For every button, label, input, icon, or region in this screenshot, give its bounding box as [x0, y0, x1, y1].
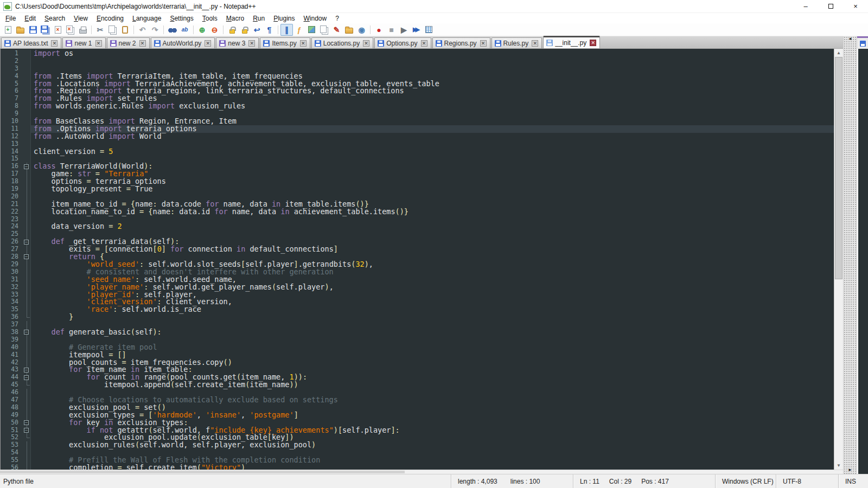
fold-collapse-marker[interactable]: − — [22, 374, 31, 381]
sync-vertical-scroll-icon[interactable] — [226, 24, 238, 36]
menu-language[interactable]: Language — [128, 14, 165, 23]
code-text[interactable]: client_version = 5 — [31, 148, 834, 156]
sync-horizontal-scroll-icon[interactable] — [238, 24, 251, 36]
new-file-icon[interactable]: + — [2, 24, 14, 36]
code-text[interactable]: class TerrariaWorld(World): — [31, 163, 834, 170]
document-map-icon[interactable] — [305, 24, 318, 36]
tab-close-icon[interactable]: ✕ — [300, 40, 307, 47]
vertical-scroll-thumb[interactable] — [835, 57, 843, 279]
open-file-icon[interactable] — [14, 24, 27, 36]
fold-collapse-marker[interactable]: − — [22, 253, 31, 261]
menu-view[interactable]: View — [69, 14, 92, 23]
save-icon[interactable] — [27, 24, 39, 36]
code-text[interactable]: data_version = 2 — [31, 223, 834, 230]
code-text[interactable]: # Generate item pool — [31, 344, 834, 351]
tab-new-2[interactable]: new 2✕ — [107, 37, 150, 48]
scroll-down-arrow-icon[interactable]: ▼ — [834, 461, 843, 470]
folder-as-workspace-icon[interactable] — [343, 24, 355, 36]
menu-settings[interactable]: Settings — [165, 14, 197, 23]
menu-search[interactable]: Search — [40, 14, 69, 23]
code-text[interactable]: 'race': self.world.is_race — [31, 306, 834, 313]
tab-new-3[interactable]: new 3✕ — [216, 37, 259, 48]
macro-record-icon[interactable]: ● — [373, 24, 385, 36]
minimize-button[interactable]: – — [793, 0, 818, 12]
tab-new-1[interactable]: new 1✕ — [62, 37, 105, 48]
tab-ap-ideas-txt[interactable]: AP Ideas.txt✕ — [1, 37, 61, 48]
tab-close-icon[interactable]: ✕ — [248, 40, 255, 47]
cut-icon[interactable]: ✂ — [94, 24, 106, 36]
code-text[interactable]: itempool.append(self.create_item(item_na… — [31, 381, 834, 389]
zoom-out-icon[interactable]: ⊖ — [208, 24, 221, 36]
view-splitter[interactable]: ◄ ► — [843, 36, 857, 474]
macro-run-multiple-icon[interactable]: ▶▶ — [410, 24, 423, 36]
define-language-icon[interactable]: ✎ — [330, 24, 343, 36]
code-text[interactable]: from ..AutoWorld import World — [31, 133, 834, 140]
replace-icon[interactable]: ab — [178, 24, 191, 36]
tab-autoworld-py[interactable]: AutoWorld.py✕ — [151, 37, 215, 48]
code-text[interactable]: } — [31, 313, 834, 321]
tab-locations-py[interactable]: Locations.py✕ — [311, 37, 373, 48]
menu-encoding[interactable]: Encoding — [92, 14, 128, 23]
secondary-view-tab[interactable] — [857, 36, 868, 49]
menu-run[interactable]: Run — [248, 14, 269, 23]
save-all-icon[interactable] — [39, 24, 52, 36]
close-all-icon[interactable]: × — [64, 24, 76, 36]
vertical-scrollbar[interactable]: ▲ ▼ — [834, 49, 843, 470]
code-text[interactable]: import os — [31, 50, 834, 57]
tab-close-icon[interactable]: ✕ — [363, 40, 369, 47]
close-file-icon[interactable]: × — [52, 24, 64, 36]
horizontal-scrollbar[interactable] — [0, 470, 843, 474]
tab-options-py[interactable]: Options.py✕ — [374, 37, 431, 48]
menu-plugins[interactable]: Plugins — [269, 14, 299, 23]
document-list-icon[interactable] — [318, 24, 330, 36]
menu-macro[interactable]: Macro — [222, 14, 248, 23]
monitoring-icon[interactable]: ◉ — [355, 24, 368, 36]
menu-edit[interactable]: Edit — [20, 14, 40, 23]
show-all-characters-icon[interactable]: ¶ — [263, 24, 276, 36]
tab-close-icon[interactable]: ✕ — [480, 40, 487, 47]
fold-collapse-marker[interactable]: − — [22, 238, 31, 246]
tab-items-py[interactable]: Items.py✕ — [260, 37, 310, 48]
code-text[interactable] — [31, 216, 834, 223]
fold-collapse-marker[interactable]: − — [22, 329, 31, 336]
redo-icon[interactable]: ↷ — [149, 24, 161, 36]
tab-close-icon[interactable]: ✕ — [205, 40, 211, 47]
macro-save-icon[interactable] — [423, 24, 435, 36]
code-text[interactable]: exits = [connection[0] for connection in… — [31, 246, 834, 253]
macro-stop-icon[interactable]: ■ — [385, 24, 398, 36]
status-insert-mode[interactable]: INS — [838, 474, 868, 488]
function-list-icon[interactable]: ƒ — [293, 24, 305, 36]
tab-close-icon[interactable]: ✕ — [51, 40, 58, 47]
tab-rules-py[interactable]: Rules.py✕ — [492, 37, 542, 48]
code-text[interactable] — [31, 140, 834, 148]
macro-play-icon[interactable]: ▶ — [398, 24, 410, 36]
fold-collapse-marker[interactable]: − — [22, 427, 31, 434]
print-icon[interactable] — [76, 24, 89, 36]
menu-tools[interactable]: Tools — [198, 14, 222, 23]
horizontal-scroll-thumb[interactable] — [0, 471, 405, 473]
fold-collapse-marker[interactable]: − — [22, 419, 31, 427]
vertical-scroll-track[interactable] — [834, 57, 843, 461]
splitter-collapse-right-icon[interactable]: ► — [848, 467, 852, 474]
copy-icon[interactable] — [106, 24, 119, 36]
tab-close-icon[interactable]: ✕ — [532, 40, 538, 47]
code-text[interactable]: location_name_to_id = {name: data.id for… — [31, 208, 834, 216]
code-text[interactable]: completion = self.create_item("Victory") — [31, 464, 834, 470]
tab-regions-py[interactable]: Regions.py✕ — [432, 37, 490, 48]
undo-icon[interactable]: ↶ — [136, 24, 149, 36]
tab-close-icon[interactable]: ✕ — [421, 40, 427, 47]
word-wrap-icon[interactable]: ↩ — [251, 24, 263, 36]
tab-close-icon[interactable]: ✕ — [95, 40, 102, 47]
show-indent-guide-icon[interactable]: ∥ — [280, 24, 293, 36]
code-text[interactable]: def generate_basic(self): — [31, 329, 834, 336]
fold-collapse-marker[interactable]: − — [22, 366, 31, 374]
menu-window[interactable]: Window — [299, 14, 331, 23]
paste-icon[interactable] — [119, 24, 131, 36]
scroll-up-arrow-icon[interactable]: ▲ — [834, 49, 843, 57]
menu-file[interactable]: File — [1, 14, 20, 23]
status-eol-format[interactable]: Windows (CR LF) — [715, 474, 776, 488]
restore-button[interactable] — [818, 0, 843, 12]
fold-collapse-marker[interactable]: − — [22, 163, 31, 170]
code-text[interactable]: from worlds.generic.Rules import exclusi… — [31, 102, 834, 110]
status-encoding[interactable]: UTF-8 — [776, 474, 838, 488]
